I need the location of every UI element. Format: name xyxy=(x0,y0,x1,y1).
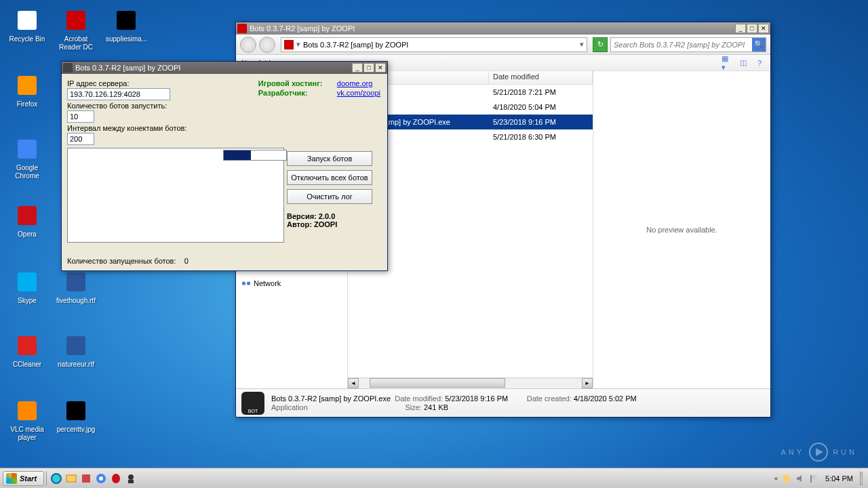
ip-label: IP адрес сервера: xyxy=(67,79,284,87)
bot-links: Игровой хостинг:doome.org Разработчик:vk… xyxy=(258,79,380,98)
refresh-button[interactable]: ↻ xyxy=(593,37,608,52)
back-button[interactable] xyxy=(240,37,256,53)
count-input[interactable] xyxy=(67,110,94,123)
svg-rect-26 xyxy=(128,480,134,483)
svg-rect-11 xyxy=(66,401,85,420)
help-icon[interactable]: ? xyxy=(754,58,765,68)
preview-pane: No preview available. xyxy=(593,71,770,388)
search-input[interactable] xyxy=(611,41,752,49)
address-icon xyxy=(284,40,294,49)
bot-titlebar[interactable]: Bots 0.3.7-R2 [samp] by ZOOPI _ □ ✕ xyxy=(62,62,387,74)
desktop-icon-vlc[interactable]: VLC media player xyxy=(7,397,47,442)
bot-maximize-button[interactable]: □ xyxy=(363,63,374,73)
desktop-icon-acrobat[interactable]: Acrobat Reader DC xyxy=(56,7,96,52)
desktop-icon-percenttv[interactable]: percenttv.jpg xyxy=(56,397,96,434)
details-file-icon xyxy=(241,392,264,415)
dev-link[interactable]: vk.com/zoopi xyxy=(337,89,380,97)
svg-rect-20 xyxy=(66,475,76,482)
start-orb-icon xyxy=(6,473,17,484)
taskbar[interactable]: Start « 5:04 PM xyxy=(0,468,868,488)
svg-rect-21 xyxy=(82,474,90,483)
hosting-link[interactable]: doome.org xyxy=(337,79,373,87)
bot-close-button[interactable]: ✕ xyxy=(375,63,386,73)
horizontal-scrollbar[interactable]: ◄► xyxy=(348,378,593,388)
bot-title: Bots 0.3.7-R2 [samp] by ZOOPI xyxy=(75,64,352,72)
svg-rect-0 xyxy=(18,11,37,30)
address-text: Bots 0.3.7-R2 [samp] by ZOOPI xyxy=(303,41,408,49)
tray-shield-icon[interactable] xyxy=(782,474,791,483)
clear-log-button[interactable]: Очистить лог xyxy=(287,189,372,204)
tray-expand-icon[interactable]: « xyxy=(774,475,778,482)
bot-title-icon xyxy=(63,63,73,73)
svg-rect-2 xyxy=(117,11,136,30)
taskbar-opera-icon[interactable] xyxy=(108,471,123,486)
desktop-icon-chrome[interactable]: Google Chrome xyxy=(7,136,47,180)
taskbar-bot-icon[interactable] xyxy=(123,471,138,486)
desktop-icon-natureeur[interactable]: natureeur.rtf xyxy=(56,332,96,369)
svg-marker-18 xyxy=(816,448,823,456)
svg-point-16 xyxy=(247,281,250,285)
svg-rect-10 xyxy=(66,336,85,355)
count-label: Количество ботов запустить: xyxy=(67,102,284,110)
desktop-icon-opera[interactable]: Opera xyxy=(7,202,47,239)
address-bar[interactable]: ▾ Bots 0.3.7-R2 [samp] by ZOOPI ▾ xyxy=(281,37,587,52)
taskbar-ie-icon[interactable] xyxy=(49,471,64,486)
watermark: ANY RUN xyxy=(781,442,857,462)
running-bots-status: Количество запущенных ботов: 0 xyxy=(67,257,189,265)
close-button[interactable]: ✕ xyxy=(758,24,769,33)
explorer-title: Bots 0.3.7-R2 [samp] by ZOOPI xyxy=(250,24,735,33)
desktop-icon-fivethough[interactable]: fivethough.rtf xyxy=(56,268,96,305)
svg-rect-7 xyxy=(18,336,37,355)
start-button[interactable]: Start xyxy=(3,471,44,486)
view-options-icon[interactable]: ▦ ▾ xyxy=(722,58,732,68)
svg-rect-5 xyxy=(18,206,37,225)
bot-minimize-button[interactable]: _ xyxy=(352,63,363,73)
start-bots-button[interactable]: Запуск ботов xyxy=(287,151,372,166)
desktop-icon-firefox[interactable]: Firefox xyxy=(7,72,47,108)
taskbar-app-icon[interactable] xyxy=(79,471,94,486)
svg-point-23 xyxy=(99,476,103,481)
progress-bar xyxy=(223,150,287,161)
minimize-button[interactable]: _ xyxy=(735,24,746,33)
interval-label: Интервал между конектами ботов: xyxy=(67,124,284,132)
desktop-icon-ccleaner[interactable]: CCleaner xyxy=(7,332,47,369)
taskbar-chrome-icon[interactable] xyxy=(94,471,108,486)
svg-rect-4 xyxy=(18,140,37,159)
preview-pane-icon[interactable]: ◫ xyxy=(738,58,749,68)
disconnect-bots-button[interactable]: Отключить всех ботов xyxy=(287,170,372,185)
forward-button[interactable] xyxy=(259,37,275,53)
desktop-icon-skype[interactable]: Skype xyxy=(7,268,47,305)
taskbar-clock[interactable]: 5:04 PM xyxy=(823,474,856,483)
ip-input[interactable] xyxy=(67,88,170,100)
log-area[interactable] xyxy=(67,148,284,243)
details-pane: Bots 0.3.7-R2 [samp] by ZOOPI.exe Date m… xyxy=(236,388,770,417)
svg-point-24 xyxy=(112,474,120,483)
desktop-icon-suppliesima[interactable]: suppliesima... xyxy=(106,7,146,43)
svg-point-25 xyxy=(128,474,134,480)
maximize-button[interactable]: □ xyxy=(747,24,757,33)
desktop-icon-recycle-bin[interactable]: Recycle Bin xyxy=(7,7,47,43)
svg-rect-6 xyxy=(18,272,37,291)
search-button[interactable]: 🔍 xyxy=(752,38,766,52)
bot-app-window[interactable]: Bots 0.3.7-R2 [samp] by ZOOPI _ □ ✕ IP а… xyxy=(61,61,388,271)
search-box[interactable]: 🔍 xyxy=(610,37,766,52)
explorer-toolbar: ▾ Bots 0.3.7-R2 [samp] by ZOOPI ▾ ↻ 🔍 xyxy=(236,35,770,55)
column-date[interactable]: Date modified xyxy=(489,71,593,84)
nav-item-network[interactable]: Network xyxy=(239,277,344,289)
system-tray[interactable]: « 5:04 PM xyxy=(772,472,865,485)
tray-volume-icon[interactable] xyxy=(795,474,805,483)
svg-rect-3 xyxy=(18,76,37,95)
svg-rect-27 xyxy=(810,475,812,483)
explorer-titlebar[interactable]: Bots 0.3.7-R2 [samp] by ZOOPI _ □ ✕ xyxy=(236,22,770,35)
taskbar-explorer-icon[interactable] xyxy=(64,471,79,486)
explorer-title-icon xyxy=(237,24,247,33)
interval-input[interactable] xyxy=(67,133,94,145)
svg-rect-1 xyxy=(66,11,85,30)
tray-flag-icon[interactable] xyxy=(809,474,818,483)
show-desktop-button[interactable] xyxy=(860,472,863,485)
svg-rect-9 xyxy=(66,272,85,291)
network-icon xyxy=(241,279,251,288)
svg-point-19 xyxy=(52,474,61,483)
svg-rect-8 xyxy=(18,401,37,420)
svg-point-15 xyxy=(242,281,245,285)
